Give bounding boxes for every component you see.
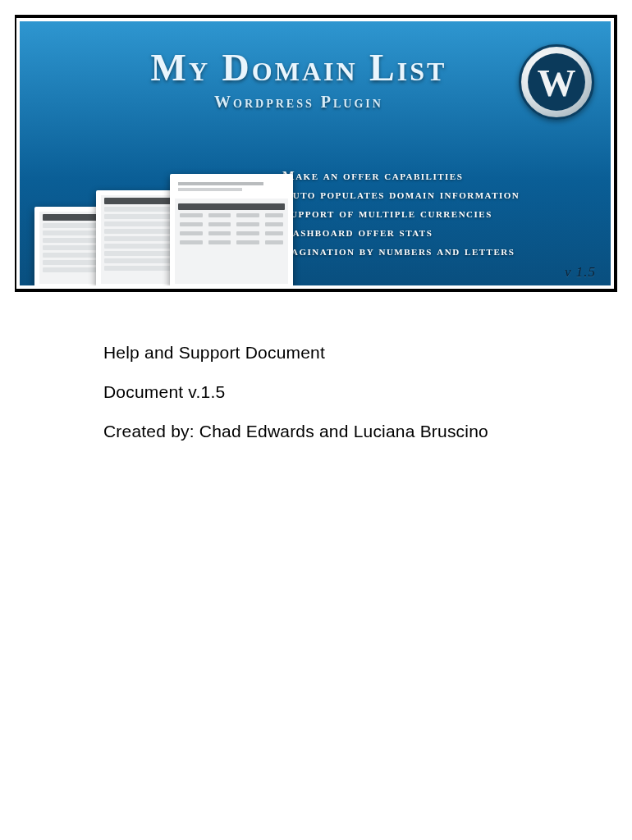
feature-item: Dashboard offer stats <box>282 222 520 241</box>
feature-item: Auto populates domain information <box>282 185 520 203</box>
doc-version: Document v.1.5 <box>103 382 617 402</box>
svg-text:W: W <box>537 62 575 104</box>
screenshot-thumbnails <box>34 167 281 285</box>
feature-item: Make an offer capabilities <box>282 166 520 185</box>
doc-authors: Created by: Chad Edwards and Luciana Bru… <box>103 422 617 441</box>
feature-list: Make an offer capabilities Auto populate… <box>282 166 520 260</box>
document-content: Help and Support Document Document v.1.5… <box>15 292 617 441</box>
doc-title: Help and Support Document <box>103 343 617 363</box>
version-label: v 1.5 <box>565 264 596 281</box>
feature-item: Pagination by numbers and letters <box>282 241 520 260</box>
banner-frame: My Domain List Wordpress Plugin W Make a… <box>15 15 617 292</box>
feature-item: Support of multiple currencies <box>282 203 520 222</box>
document-page: My Domain List Wordpress Plugin W Make a… <box>0 0 632 441</box>
banner: My Domain List Wordpress Plugin W Make a… <box>20 21 611 285</box>
screenshot-thumb <box>170 174 293 285</box>
wordpress-logo-icon: W <box>519 44 594 120</box>
